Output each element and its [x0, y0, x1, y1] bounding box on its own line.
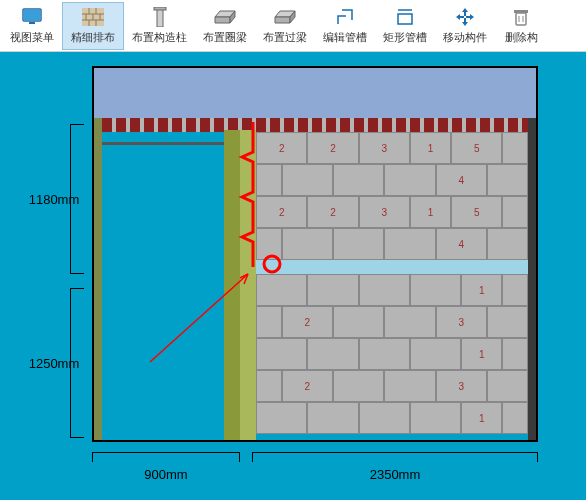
mid-column-b [240, 130, 256, 440]
toolbar-btn-move[interactable]: 移动构件 [435, 2, 495, 50]
dimension-h-left: 900mm [92, 452, 240, 482]
brick: 5 [451, 132, 502, 164]
brick [410, 402, 461, 434]
brick: 5 [451, 196, 502, 228]
svg-rect-2 [29, 22, 35, 24]
brick [487, 228, 528, 260]
lintel-icon [274, 6, 296, 28]
rect-slot-icon [396, 6, 414, 28]
brick [384, 306, 435, 338]
brick [410, 274, 461, 306]
edit-slot-icon [336, 6, 354, 28]
toolbar-btn-delete[interactable]: 删除构 [495, 2, 547, 50]
column-icon [153, 6, 167, 28]
brick [502, 196, 528, 228]
toolbar-btn-label: 删除构 [505, 30, 538, 45]
brick [333, 228, 384, 260]
brick [333, 370, 384, 402]
brick [410, 338, 461, 370]
toolbar-btn-column[interactable]: 布置构造柱 [124, 2, 195, 50]
brick [256, 228, 282, 260]
brick [307, 402, 358, 434]
brick-area: 2231542231541231231 [256, 132, 528, 440]
brick: 3 [359, 132, 410, 164]
brick: 1 [461, 274, 502, 306]
drawing-canvas[interactable]: 1180mm 1250mm 900mm 2350mm 2231542231541… [0, 52, 586, 500]
brick [487, 306, 528, 338]
brick [333, 164, 384, 196]
toolbar-btn-rect-slot[interactable]: 矩形管槽 [375, 2, 435, 50]
right-column [528, 118, 536, 440]
brick [307, 338, 358, 370]
monitor-icon [22, 6, 42, 28]
tie-band [256, 260, 528, 274]
toolbar: 视图菜单精细排布布置构造柱布置圈梁布置过梁编辑管槽矩形管槽移动构件删除构 [0, 0, 586, 52]
brick [256, 370, 282, 402]
brick: 1 [410, 196, 451, 228]
brick-wall-icon [82, 6, 104, 28]
brick: 1 [461, 338, 502, 370]
toolbar-btn-brick-wall[interactable]: 精细排布 [62, 2, 124, 50]
brick [333, 306, 384, 338]
door-opening [102, 142, 224, 292]
hatch-strip [102, 118, 528, 132]
brick [256, 402, 307, 434]
top-slab [94, 68, 536, 118]
brick [256, 164, 282, 196]
ring-beam-icon [214, 6, 236, 28]
toolbar-btn-edit-slot[interactable]: 编辑管槽 [315, 2, 375, 50]
brick [487, 164, 528, 196]
brick [384, 370, 435, 402]
brick: 2 [307, 196, 358, 228]
left-column [94, 118, 102, 440]
brick [384, 164, 435, 196]
brick [359, 274, 410, 306]
dimension-v-top: 1180mm [24, 124, 84, 274]
brick [502, 402, 528, 434]
mid-column-a [224, 130, 240, 440]
brick [359, 338, 410, 370]
wall-section: 2231542231541231231 [92, 66, 538, 442]
toolbar-btn-ring-beam[interactable]: 布置圈梁 [195, 2, 255, 50]
brick [256, 306, 282, 338]
brick: 1 [461, 402, 502, 434]
brick [359, 402, 410, 434]
svg-rect-18 [514, 10, 528, 13]
brick: 2 [256, 132, 307, 164]
toolbar-btn-label: 布置过梁 [263, 30, 307, 45]
brick [282, 228, 333, 260]
move-icon [455, 6, 475, 28]
brick: 3 [436, 306, 487, 338]
toolbar-btn-label: 编辑管槽 [323, 30, 367, 45]
delete-icon [513, 6, 529, 28]
brick [256, 274, 307, 306]
toolbar-btn-label: 布置构造柱 [132, 30, 187, 45]
brick [307, 274, 358, 306]
brick: 3 [359, 196, 410, 228]
toolbar-btn-lintel[interactable]: 布置过梁 [255, 2, 315, 50]
brick: 2 [282, 370, 333, 402]
brick [502, 338, 528, 370]
brick [502, 274, 528, 306]
svg-rect-14 [154, 7, 166, 10]
toolbar-btn-label: 矩形管槽 [383, 30, 427, 45]
brick: 3 [436, 370, 487, 402]
svg-rect-15 [398, 14, 412, 24]
brick [487, 370, 528, 402]
brick [502, 132, 528, 164]
dimension-v-bottom: 1250mm [24, 288, 84, 438]
brick: 2 [307, 132, 358, 164]
toolbar-btn-label: 视图菜单 [10, 30, 54, 45]
brick: 2 [282, 306, 333, 338]
toolbar-btn-monitor[interactable]: 视图菜单 [2, 2, 62, 50]
brick [282, 164, 333, 196]
brick: 2 [256, 196, 307, 228]
svg-rect-17 [516, 13, 526, 25]
brick [256, 338, 307, 370]
toolbar-btn-label: 精细排布 [71, 30, 115, 45]
toolbar-btn-label: 布置圈梁 [203, 30, 247, 45]
svg-rect-1 [24, 10, 40, 20]
brick [384, 228, 435, 260]
brick: 1 [410, 132, 451, 164]
brick: 4 [436, 228, 487, 260]
